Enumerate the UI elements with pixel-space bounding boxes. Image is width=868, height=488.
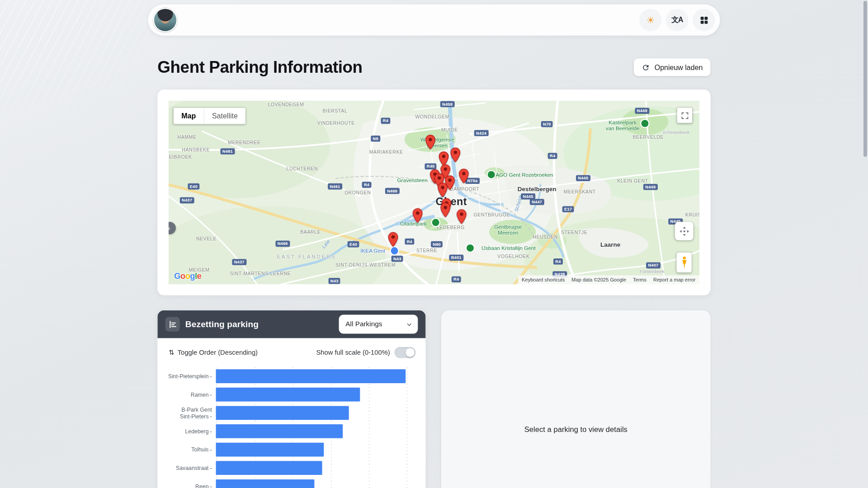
map-label: IJsbaan Kristallijn Gent xyxy=(481,245,536,251)
theme-toggle-button[interactable]: ☀ xyxy=(639,9,661,31)
road-badge: N449 xyxy=(643,184,658,190)
chart-row: Sint-Pietersplein xyxy=(157,367,425,385)
toggle-order-button[interactable]: ⇅ Toggle Order (Descending) xyxy=(169,349,258,357)
page-head: Ghent Parking Information Opnieuw laden xyxy=(157,58,710,77)
report-map-error-link[interactable]: Report a map error xyxy=(653,277,696,282)
poi-marker-icon[interactable] xyxy=(391,247,398,254)
chart-bar[interactable] xyxy=(216,388,360,402)
map-label: IKEA Gent xyxy=(360,249,385,254)
chart-row: Ledeberg xyxy=(157,422,425,441)
road-badge: N445 xyxy=(521,193,535,199)
map-label: LEDEBERG xyxy=(437,225,465,231)
poi-marker-icon[interactable] xyxy=(467,244,474,252)
language-button[interactable]: 文A xyxy=(666,9,688,31)
map-label: STEENTJE xyxy=(561,230,588,236)
parking-map-pin[interactable] xyxy=(450,147,460,162)
map-data-attribution: Map data ©2025 Google xyxy=(571,277,626,282)
fullscreen-icon xyxy=(681,112,689,119)
poi-marker-icon[interactable] xyxy=(641,120,648,127)
map-type-map-button[interactable]: Map xyxy=(174,108,203,124)
map-label: VOGELHOEK xyxy=(497,254,529,260)
chart-bar-track xyxy=(216,424,406,438)
map-label: LOVENDEGEM xyxy=(268,103,304,108)
parking-map-pin[interactable] xyxy=(425,135,435,150)
keyboard-shortcuts-link[interactable]: Keyboard shortcuts xyxy=(522,277,565,282)
details-placeholder: Select a parking to view details xyxy=(524,426,627,488)
translate-icon: 文A xyxy=(671,15,683,25)
full-scale-control: Show full scale (0-100%) xyxy=(316,347,415,358)
scrollbar-thumb[interactable] xyxy=(863,1,867,157)
parking-map-pin[interactable] xyxy=(458,169,469,183)
map-type-satellite-button[interactable]: Satellite xyxy=(203,108,245,124)
parking-map-pin[interactable] xyxy=(412,208,422,223)
road-badge: R40 xyxy=(425,164,436,169)
chart-bar[interactable] xyxy=(216,479,315,488)
chart-bar[interactable] xyxy=(216,406,349,420)
chart-category-label: Ramen xyxy=(157,391,213,398)
chart-bar-track xyxy=(216,461,406,475)
poi-marker-icon[interactable] xyxy=(432,219,439,226)
pegman-icon xyxy=(680,256,688,269)
road-badge: R4 xyxy=(405,239,414,244)
map-attribution: Keyboard shortcuts Map data ©2025 Google… xyxy=(518,275,699,284)
top-navigation-bar: ☀ 文A xyxy=(148,5,720,36)
road-badge: N458 xyxy=(440,101,455,107)
chart-bar[interactable] xyxy=(216,443,324,457)
map-label: EAST FLANDERS xyxy=(277,254,336,260)
parking-map-pin[interactable] xyxy=(440,202,450,217)
chart-row: Tolhuis xyxy=(157,441,425,459)
apps-button[interactable] xyxy=(693,9,715,31)
bar-chart-icon xyxy=(165,317,180,332)
map-label: Scheepsbeek xyxy=(663,130,690,135)
chart-category-label: Savaanstraat xyxy=(157,465,213,471)
pan-arrows-icon xyxy=(679,225,690,237)
google-map[interactable]: LOVENDEGEMBIERSTALVINDERHOUTEWONDELGEMMU… xyxy=(169,101,699,284)
chart-bar[interactable] xyxy=(216,424,343,438)
scrollbar[interactable] xyxy=(863,0,867,488)
road-badge: N424 xyxy=(474,130,489,136)
map-label: WONDELGEM xyxy=(415,115,449,120)
chart-bar[interactable] xyxy=(216,369,406,383)
map-label: STERRE xyxy=(416,248,437,253)
parking-map-pin[interactable] xyxy=(456,209,467,224)
fullscreen-button[interactable] xyxy=(677,108,692,123)
reload-button[interactable]: Opnieuw laden xyxy=(634,58,711,76)
chart-row: Ramen xyxy=(157,385,425,404)
google-logo[interactable]: Google xyxy=(174,271,201,280)
full-scale-label: Show full scale (0-100%) xyxy=(316,349,390,357)
map-label: NEVELE xyxy=(196,236,217,242)
full-scale-switch[interactable] xyxy=(395,347,416,358)
parking-map-pin[interactable] xyxy=(387,232,398,247)
switch-knob xyxy=(406,348,415,357)
map-label: Leie xyxy=(321,239,331,249)
road-badge: N60 xyxy=(431,241,443,247)
grid-icon xyxy=(699,15,708,25)
chart-bar[interactable] xyxy=(216,461,322,475)
map-label: MARIAKERKE xyxy=(369,150,403,155)
topbar-actions: ☀ 文A xyxy=(639,9,715,31)
map-label: HAMME xyxy=(177,135,196,140)
road-badge: R4 xyxy=(548,153,557,159)
pan-control-button[interactable] xyxy=(675,222,693,240)
chart-category-label: Reep xyxy=(157,483,213,488)
road-badge: N407 xyxy=(646,263,660,268)
map-label: MERENDREE xyxy=(228,140,261,145)
road-badge: N9 xyxy=(371,136,380,141)
chart-row: B-Park Gent Sint-Pieters xyxy=(157,404,425,422)
road-badge: N461 xyxy=(221,148,235,154)
avatar[interactable] xyxy=(153,8,177,32)
occupancy-card-header: Bezetting parking All Parkings xyxy=(157,310,425,338)
pegman-button[interactable] xyxy=(677,253,692,272)
poi-marker-icon[interactable] xyxy=(488,171,495,178)
map-label: Destelbergen xyxy=(518,186,557,193)
road-badge: R4 xyxy=(362,182,372,188)
map-label: SINT-DENIJS-WESTREM xyxy=(335,263,396,268)
road-badge: N466 xyxy=(385,188,400,194)
bottom-section: Bezetting parking All Parkings ⇅ Toggle … xyxy=(157,310,710,488)
terms-link[interactable]: Terms xyxy=(633,277,646,282)
sun-icon: ☀ xyxy=(646,15,655,25)
parking-map-pin[interactable] xyxy=(437,183,448,197)
road-badge: R4 xyxy=(452,276,461,282)
road-badge: N449 xyxy=(635,108,649,113)
parking-filter-select[interactable]: All Parkings xyxy=(339,315,418,334)
